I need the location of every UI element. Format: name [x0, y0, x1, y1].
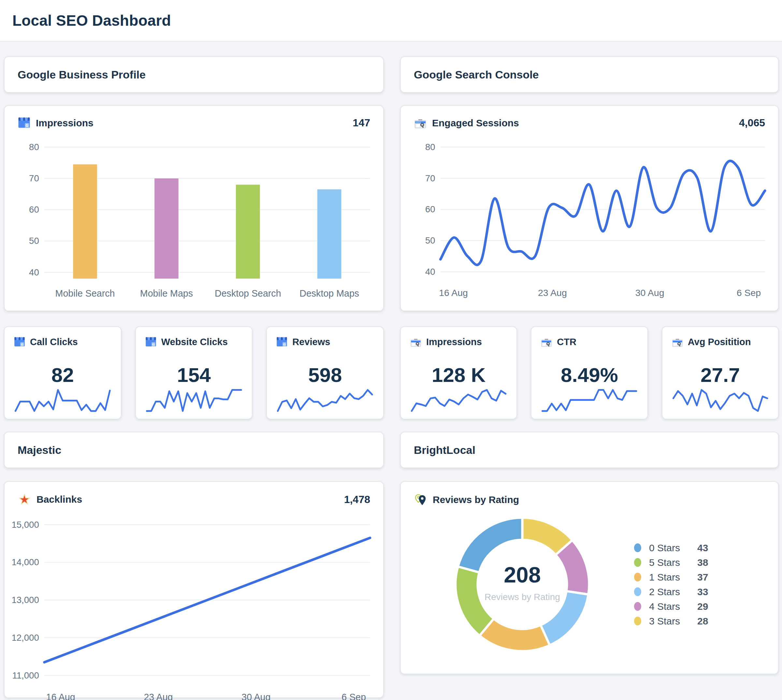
legend-label: 2 Stars	[649, 587, 692, 597]
sparkline-svg	[672, 388, 769, 413]
legend-value: 43	[697, 542, 708, 553]
legend-label: 4 Stars	[649, 601, 692, 612]
legend-marker-icon	[634, 558, 641, 567]
bar-desktop-maps	[317, 190, 341, 279]
kpi-label: Impressions	[426, 337, 482, 347]
legend-item-5-stars[interactable]: 5 Stars38	[634, 557, 708, 568]
google-search-console-icon	[410, 337, 422, 347]
svg-text:80: 80	[425, 142, 435, 152]
app-header: Local SEO Dashboard	[0, 0, 782, 42]
legend-item-2-stars[interactable]: 2 Stars33	[634, 587, 708, 597]
section-header-brightlocal: BrightLocal	[400, 432, 779, 468]
legend-value: 29	[697, 601, 708, 612]
section-header-majestic: Majestic	[4, 432, 384, 468]
kpi-value: 154	[136, 363, 252, 387]
kpi-label: Call Clicks	[30, 337, 78, 347]
svg-text:Mobile Search: Mobile Search	[55, 288, 115, 298]
svg-text:15,000: 15,000	[12, 520, 39, 530]
backlinks-card: Backlinks 1,478 11,00012,00013,00014,000…	[4, 481, 384, 698]
svg-text:6 Sep: 6 Sep	[737, 287, 761, 298]
svg-text:11,000: 11,000	[12, 670, 39, 680]
legend-item-1-stars[interactable]: 1 Stars37	[634, 572, 708, 583]
svg-text:6 Sep: 6 Sep	[341, 692, 366, 700]
kpi-label: Avg Positition	[688, 337, 751, 347]
kpi-value: 27.7	[662, 363, 778, 387]
majestic-star-icon	[18, 493, 31, 506]
kpi-label: Website Clicks	[161, 337, 228, 347]
chart-title: Impressions	[36, 118, 94, 128]
bar-mobile-search	[73, 164, 97, 279]
google-search-console-icon	[541, 337, 552, 347]
page-title: Local SEO Dashboard	[12, 12, 171, 29]
legend-item-4-stars[interactable]: 4 Stars29	[634, 601, 708, 612]
svg-text:60: 60	[29, 205, 39, 215]
legend-value: 33	[697, 587, 708, 597]
donut-center-label: Reviews by Rating	[485, 592, 560, 602]
svg-text:60: 60	[425, 204, 435, 214]
svg-text:40: 40	[425, 267, 435, 277]
section-title: BrightLocal	[414, 444, 475, 457]
legend-marker-icon	[634, 587, 641, 596]
svg-text:16 Aug: 16 Aug	[46, 692, 75, 700]
svg-text:Mobile Maps: Mobile Maps	[140, 288, 193, 298]
svg-text:Desktop Search: Desktop Search	[215, 288, 281, 298]
ctr-sparkline	[541, 388, 638, 413]
kpi-reviews: G Reviews 598	[266, 326, 384, 419]
google-search-console-icon	[414, 117, 427, 129]
google-business-profile-icon: G	[276, 337, 288, 347]
svg-text:30 Aug: 30 Aug	[635, 287, 664, 298]
svg-text:G: G	[152, 343, 155, 346]
data-line	[441, 161, 765, 265]
sparkline-svg	[145, 388, 243, 413]
svg-text:G: G	[26, 123, 28, 127]
legend-value: 28	[697, 616, 708, 627]
kpi-avg-position: Avg Positition 27.7	[662, 326, 779, 419]
kpi-value: 128 K	[401, 363, 516, 387]
google-business-profile-icon: G	[18, 117, 31, 129]
section-title: Google Business Profile	[18, 68, 145, 81]
svg-text:50: 50	[29, 236, 39, 246]
legend-label: 3 Stars	[649, 616, 692, 627]
chart-total: 147	[353, 117, 370, 129]
gsc-engaged-sessions-card: Engaged Sessions 4,065 405060708016 Aug2…	[400, 105, 779, 311]
brightlocal-pins-icon	[414, 493, 428, 507]
svg-text:50: 50	[425, 235, 435, 245]
gbp-impressions-bar-chart: 4050607080Mobile SearchMobile MapsDeskto…	[5, 129, 383, 310]
chart-total: 1,478	[344, 493, 370, 506]
kpi-label: Reviews	[292, 337, 330, 347]
line-chart-svg: 11,00012,00013,00014,00015,00016 Aug23 A…	[12, 509, 375, 700]
legend-label: 1 Stars	[649, 572, 692, 583]
google-search-console-icon	[672, 337, 683, 347]
backlinks-line-chart: 11,00012,00013,00014,00015,00016 Aug23 A…	[5, 506, 383, 700]
reviews-by-rating-card: Reviews by Rating 208Reviews by Rating 0…	[400, 481, 779, 674]
chart-total: 4,065	[739, 117, 765, 129]
legend-marker-icon	[634, 602, 641, 611]
reviews-donut-area: 208Reviews by Rating 0 Stars435 Stars381…	[401, 508, 778, 661]
sparkline-svg	[276, 388, 374, 413]
google-business-profile-icon: G	[145, 337, 157, 347]
legend-label: 5 Stars	[649, 557, 692, 568]
svg-text:12,000: 12,000	[12, 633, 39, 643]
svg-text:Desktop Maps: Desktop Maps	[299, 288, 359, 298]
gbp-impressions-card: G Impressions 147 4050607080Mobile Searc…	[4, 105, 384, 311]
sparkline-svg	[14, 388, 112, 413]
svg-text:40: 40	[29, 267, 39, 277]
svg-text:13,000: 13,000	[12, 595, 39, 605]
svg-text:70: 70	[29, 173, 39, 183]
legend-item-3-stars[interactable]: 3 Stars28	[634, 616, 708, 627]
google-business-profile-icon: G	[14, 337, 25, 347]
reviews-donut-chart: 208Reviews by Rating	[446, 508, 599, 661]
section-title: Google Search Console	[414, 68, 539, 81]
kpi-ctr: CTR 8.49%	[531, 326, 648, 419]
avg-position-sparkline	[672, 388, 769, 413]
svg-text:G: G	[21, 343, 23, 346]
line-chart-svg: 405060708016 Aug23 Aug30 Aug6 Sep	[409, 132, 770, 305]
section-header-google-business-profile: Google Business Profile	[4, 56, 384, 93]
legend-item-0-stars[interactable]: 0 Stars43	[634, 542, 708, 553]
kpi-label: CTR	[557, 337, 576, 347]
kpi-value: 598	[267, 363, 383, 387]
sparkline-svg	[541, 388, 638, 413]
bar-mobile-maps	[154, 178, 179, 279]
section-title: Majestic	[18, 444, 61, 457]
svg-text:70: 70	[425, 173, 435, 183]
